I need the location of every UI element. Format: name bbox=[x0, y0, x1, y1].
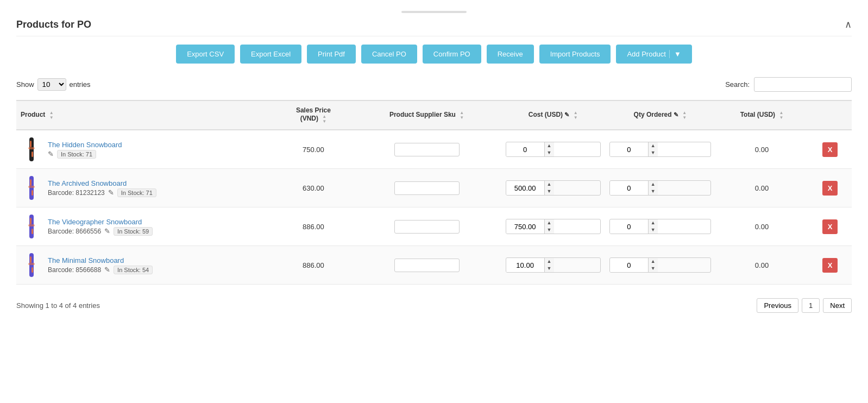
supplier-sku-input-4[interactable] bbox=[394, 259, 460, 272]
cost-up-2[interactable]: ▲ bbox=[545, 181, 554, 188]
sales-price-2: 630.00 bbox=[274, 169, 352, 207]
sort-total-icon[interactable]: ▲▼ bbox=[779, 110, 783, 120]
search-box: Search: bbox=[725, 77, 852, 92]
cost-input-1[interactable] bbox=[506, 143, 544, 156]
qty-down-4[interactable]: ▼ bbox=[649, 265, 658, 272]
product-name-2[interactable]: The Archived Snowboard bbox=[48, 179, 127, 187]
sales-price-4: 886.00 bbox=[274, 246, 352, 285]
search-input[interactable] bbox=[754, 77, 852, 92]
qty-up-2[interactable]: ▲ bbox=[649, 181, 658, 188]
svg-rect-3 bbox=[28, 147, 35, 149]
cost-cell-3: ▲ ▼ bbox=[501, 207, 605, 246]
qty-up-3[interactable]: ▲ bbox=[649, 219, 658, 226]
sort-product-icon[interactable]: ▲▼ bbox=[49, 110, 54, 120]
qty-down-2[interactable]: ▼ bbox=[649, 188, 658, 195]
cost-up-3[interactable]: ▲ bbox=[545, 219, 554, 226]
total-cell-3: 0.00 bbox=[715, 207, 808, 246]
delete-button-4[interactable]: X bbox=[822, 258, 838, 273]
next-button[interactable]: Next bbox=[823, 298, 852, 313]
sort-qty-icon[interactable]: ▲▼ bbox=[682, 110, 687, 120]
sales-price-1: 750.00 bbox=[274, 130, 352, 169]
qty-up-1[interactable]: ▲ bbox=[649, 142, 658, 149]
qty-up-4[interactable]: ▲ bbox=[649, 258, 658, 265]
cost-down-1[interactable]: ▼ bbox=[545, 149, 554, 156]
svg-rect-2 bbox=[32, 152, 33, 157]
svg-rect-9 bbox=[30, 218, 32, 224]
cost-input-3[interactable] bbox=[506, 220, 544, 234]
receive-button[interactable]: Receive bbox=[487, 45, 534, 64]
export-csv-button[interactable]: Export CSV bbox=[176, 45, 235, 64]
sort-cost-icon[interactable]: ▲▼ bbox=[574, 110, 578, 120]
show-label: Show bbox=[16, 80, 34, 89]
qty-input-1[interactable] bbox=[610, 143, 648, 156]
qty-input-wrap-1: ▲ ▼ bbox=[609, 142, 711, 156]
qty-cell-4: ▲ ▼ bbox=[605, 246, 715, 285]
supplier-sku-input-1[interactable] bbox=[394, 143, 460, 156]
edit-product-icon-2[interactable]: ✎ bbox=[108, 188, 114, 197]
qty-cell-3: ▲ ▼ bbox=[605, 207, 715, 246]
edit-product-icon-3[interactable]: ✎ bbox=[104, 227, 110, 235]
svg-rect-15 bbox=[28, 263, 35, 265]
col-product: Product ▲▼ bbox=[16, 100, 274, 130]
delete-button-3[interactable]: X bbox=[822, 219, 838, 234]
edit-product-icon-1[interactable]: ✎ bbox=[48, 150, 54, 158]
import-products-button[interactable]: Import Products bbox=[539, 45, 611, 64]
collapse-icon[interactable]: ∧ bbox=[845, 18, 852, 30]
cost-up-4[interactable]: ▲ bbox=[545, 258, 554, 265]
qty-input-2[interactable] bbox=[610, 181, 648, 195]
col-cost: Cost (USD) ✎ ▲▼ bbox=[501, 100, 605, 130]
entries-select[interactable]: 10 25 50 100 bbox=[37, 78, 66, 91]
product-name-1[interactable]: The Hidden Snowboard bbox=[48, 141, 122, 149]
export-excel-button[interactable]: Export Excel bbox=[240, 45, 301, 64]
qty-input-wrap-2: ▲ ▼ bbox=[609, 180, 711, 195]
sort-sales-price-icon[interactable]: ▲▼ bbox=[322, 114, 326, 124]
product-info-3: The Videographer Snowboard Barcode: 8666… bbox=[48, 218, 153, 236]
delete-button-1[interactable]: X bbox=[822, 142, 838, 157]
total-cell-1: 0.00 bbox=[715, 130, 808, 169]
stock-badge-3: In Stock: 59 bbox=[114, 227, 153, 236]
product-cell-1: The Hidden Snowboard ✎In Stock: 71 bbox=[16, 130, 274, 169]
add-product-caret: ▼ bbox=[669, 50, 681, 58]
product-meta-2: Barcode: 81232123✎In Stock: 71 bbox=[48, 188, 156, 197]
cost-cell-1: ▲ ▼ bbox=[501, 130, 605, 169]
cost-input-2[interactable] bbox=[506, 181, 544, 195]
svg-rect-1 bbox=[30, 141, 32, 147]
add-product-button[interactable]: Add Product ▼ bbox=[616, 45, 691, 64]
supplier-sku-input-3[interactable] bbox=[394, 220, 460, 234]
col-sales-price: Sales Price(VND) ▲▼ bbox=[274, 100, 352, 130]
total-cell-4: 0.00 bbox=[715, 246, 808, 285]
prev-button[interactable]: Previous bbox=[757, 298, 798, 313]
confirm-po-button[interactable]: Confirm PO bbox=[423, 45, 481, 64]
delete-cell-4: X bbox=[808, 246, 852, 285]
product-name-3[interactable]: The Videographer Snowboard bbox=[48, 218, 142, 226]
print-pdf-button[interactable]: Print Pdf bbox=[307, 45, 356, 64]
qty-down-1[interactable]: ▼ bbox=[649, 149, 658, 156]
delete-cell-2: X bbox=[808, 169, 852, 207]
table-row: The Videographer Snowboard Barcode: 8666… bbox=[16, 207, 852, 246]
cost-up-1[interactable]: ▲ bbox=[545, 142, 554, 149]
cost-down-2[interactable]: ▼ bbox=[545, 188, 554, 195]
svg-rect-7 bbox=[28, 186, 35, 188]
qty-down-3[interactable]: ▼ bbox=[649, 226, 658, 234]
qty-input-4[interactable] bbox=[610, 259, 648, 272]
delete-button-2[interactable]: X bbox=[822, 181, 838, 196]
supplier-sku-input-2[interactable] bbox=[394, 181, 460, 195]
edit-product-icon-4[interactable]: ✎ bbox=[104, 266, 110, 274]
cost-input-4[interactable] bbox=[506, 259, 544, 272]
col-total: Total (USD) ▲▼ bbox=[715, 100, 808, 130]
sort-sku-icon[interactable]: ▲▼ bbox=[460, 110, 464, 120]
product-name-4[interactable]: The Minimal Snowboard bbox=[48, 256, 124, 265]
product-thumb-2 bbox=[21, 174, 42, 202]
cost-down-3[interactable]: ▼ bbox=[545, 226, 554, 234]
qty-spinners-2: ▲ ▼ bbox=[648, 181, 658, 194]
cost-spinners-3: ▲ ▼ bbox=[544, 219, 554, 233]
top-bar-line bbox=[401, 11, 467, 13]
table-controls: Show 10 25 50 100 entries Search: bbox=[16, 77, 852, 92]
product-cell-4: The Minimal Snowboard Barcode: 8566688✎I… bbox=[16, 246, 274, 285]
col-action bbox=[808, 100, 852, 130]
product-thumb-4 bbox=[21, 251, 42, 279]
qty-input-wrap-4: ▲ ▼ bbox=[609, 257, 711, 272]
cost-down-4[interactable]: ▼ bbox=[545, 265, 554, 272]
qty-input-3[interactable] bbox=[610, 220, 648, 234]
cancel-po-button[interactable]: Cancel PO bbox=[361, 45, 417, 64]
